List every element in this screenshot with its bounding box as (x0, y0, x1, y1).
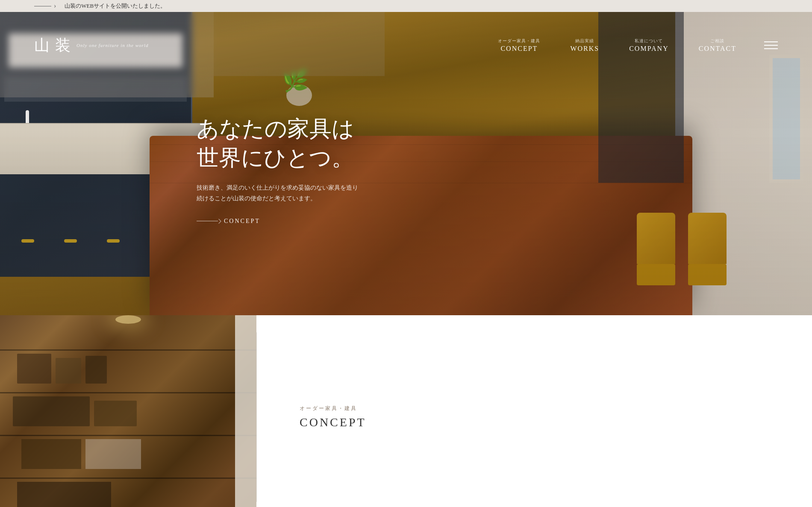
announcement-text: 山装のWEBサイトを公開いたしました。 (65, 2, 166, 10)
shelf-item-5 (94, 401, 137, 426)
shelf-item-6 (21, 439, 81, 469)
site-header: 山 装 Only one furniture in the world オーダー… (0, 24, 812, 67)
hero-headline: あなたの家具は 世界にひとつ。 (197, 114, 358, 172)
announcement-bar: 山装のWEBサイトを公開いたしました。 (0, 0, 812, 12)
nav-company[interactable]: 私達について COMPANY (614, 38, 684, 53)
below-fold-section: オーダー家具・建具 CONCEPT (0, 315, 812, 507)
nav-contact-main: CONTACT (699, 45, 736, 53)
shelf-3 (0, 435, 256, 436)
nav-concept-sub: オーダー家具・建具 (498, 38, 540, 44)
nav-company-sub: 私達について (635, 38, 663, 44)
main-nav: オーダー家具・建具 CONCEPT 納品実績 WORKS 私達について COMP… (483, 38, 778, 53)
cta-arrow-line (197, 221, 218, 221)
shelf-2 (0, 392, 256, 393)
hamburger-line-2 (764, 45, 778, 46)
shelf-item-2 (56, 358, 81, 384)
below-fold-image (0, 315, 256, 507)
hamburger-line-3 (764, 48, 778, 49)
shelf-4 (0, 478, 256, 479)
shelf-1 (0, 349, 256, 351)
announcement-arrow (34, 2, 56, 10)
nav-company-main: COMPANY (629, 45, 669, 53)
hero-headline-line1: あなたの家具は (197, 117, 354, 141)
shelf-item-1 (17, 354, 51, 384)
logo-tagline: Only one furniture in the world (76, 43, 148, 48)
site-logo[interactable]: 山 装 Only one furniture in the world (34, 35, 148, 56)
nav-concept-main: CONCEPT (500, 45, 538, 53)
hamburger-menu[interactable] (764, 41, 778, 49)
cabinet-shelves (0, 315, 256, 507)
cabinet-panel (235, 315, 256, 507)
hamburger-line-1 (764, 41, 778, 42)
logo-kanji: 山 装 (34, 35, 71, 56)
hero-cta-button[interactable]: CONCEPT (197, 218, 358, 225)
nav-works[interactable]: 納品実績 WORKS (555, 38, 614, 53)
nav-works-main: WORKS (570, 45, 599, 53)
below-fold-text-area: オーダー家具・建具 CONCEPT (257, 315, 812, 507)
nav-contact-sub: ご相談 (710, 38, 724, 44)
cta-label: CONCEPT (224, 218, 260, 225)
hero-headline-line2: 世界にひとつ。 (197, 146, 354, 170)
hero-body-text: 技術磨き、満足のいく仕上がりを求め妥協のない家具を造り続けることが山装の使命だと… (197, 182, 358, 204)
section-subtitle: オーダー家具・建具 (300, 405, 769, 412)
nav-contact[interactable]: ご相談 CONTACT (684, 38, 751, 53)
nav-concept[interactable]: オーダー家具・建具 CONCEPT (483, 38, 555, 53)
shelf-item-4 (13, 396, 90, 426)
hero-content: あなたの家具は 世界にひとつ。 技術磨き、満足のいく仕上がりを求め妥協のない家具… (197, 114, 358, 225)
nav-works-sub: 納品実績 (575, 38, 594, 44)
shelf-item-7 (85, 439, 141, 469)
shelf-item-8 (17, 482, 111, 507)
section-title: CONCEPT (300, 416, 769, 429)
shelf-item-3 (85, 356, 107, 384)
